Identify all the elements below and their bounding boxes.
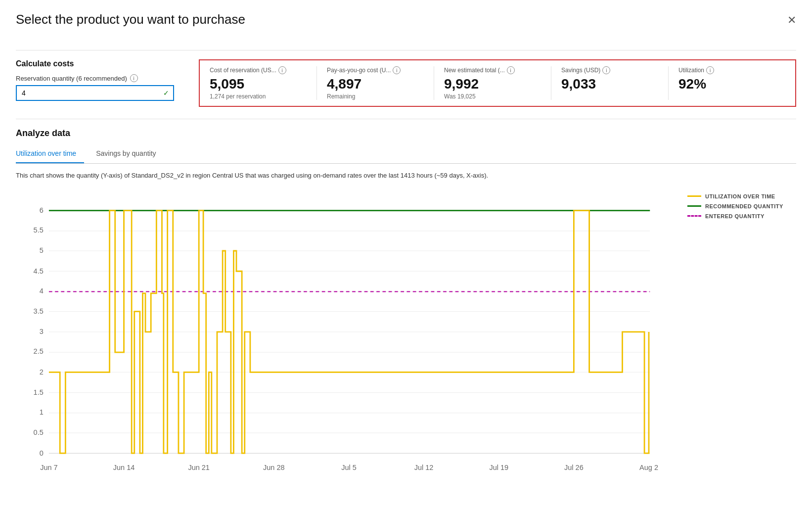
metric-value: 9,033: [561, 76, 658, 92]
legend-utilization: UTILIZATION OVER TIME: [687, 193, 796, 199]
page-title: Select the product you want to purchase: [16, 12, 245, 27]
svg-text:6: 6: [40, 206, 44, 214]
recommended-line-icon: [687, 205, 701, 207]
entered-line-icon: [687, 215, 701, 217]
svg-text:5.5: 5.5: [34, 226, 44, 234]
svg-text:2: 2: [40, 368, 44, 375]
metric-value: 9,992: [444, 76, 541, 92]
metric-item: Utilization i 92%: [669, 66, 785, 100]
svg-text:1.5: 1.5: [34, 388, 44, 396]
svg-text:Jul 26: Jul 26: [564, 463, 584, 471]
metric-item: New estimated total (... i 9,992 Was 19,…: [434, 66, 551, 100]
metric-header: New estimated total (... i: [444, 66, 541, 74]
tab-savings[interactable]: Savings by quantity: [96, 145, 164, 163]
svg-text:Jul 12: Jul 12: [414, 463, 434, 471]
utilization-line-icon: [687, 195, 701, 197]
chart-legend: UTILIZATION OVER TIME RECOMMENDED QUANTI…: [687, 188, 796, 223]
svg-text:Jul 19: Jul 19: [489, 463, 508, 471]
svg-text:5: 5: [40, 246, 44, 254]
metric-header: Pay-as-you-go cost (U... i: [327, 66, 424, 74]
metric-info-icon[interactable]: i: [602, 66, 610, 74]
metric-header: Utilization i: [678, 66, 775, 74]
svg-text:3: 3: [40, 327, 44, 335]
tabs: Utilization over time Savings by quantit…: [16, 145, 796, 164]
metric-info-icon[interactable]: i: [393, 66, 401, 74]
svg-text:3.5: 3.5: [34, 307, 44, 315]
metrics-box: Cost of reservation (US... i 5,095 1,274…: [199, 59, 796, 107]
svg-text:Jun 28: Jun 28: [263, 463, 285, 471]
svg-text:Jun 7: Jun 7: [40, 463, 57, 471]
metric-info-icon[interactable]: i: [507, 66, 515, 74]
tab-utilization[interactable]: Utilization over time: [16, 145, 84, 163]
svg-text:1: 1: [40, 408, 44, 416]
metric-header: Savings (USD) i: [561, 66, 658, 74]
metric-sub: Was 19,025: [444, 93, 541, 100]
check-icon: ✓: [163, 89, 169, 97]
metric-sub: Remaining: [327, 93, 424, 100]
metric-info-icon[interactable]: i: [278, 66, 286, 74]
qty-input[interactable]: [16, 85, 174, 101]
metric-value: 5,095: [210, 76, 307, 92]
metric-value: 92%: [678, 76, 775, 92]
svg-text:4.5: 4.5: [34, 267, 44, 275]
metric-header: Cost of reservation (US... i: [210, 66, 307, 74]
metric-info-icon[interactable]: i: [706, 66, 714, 74]
metric-item: Savings (USD) i 9,033: [551, 66, 669, 100]
analyze-title: Analyze data: [16, 128, 796, 139]
metric-item: Pay-as-you-go cost (U... i 4,897 Remaini…: [317, 66, 434, 100]
metric-sub: 1,274 per reservation: [210, 93, 307, 100]
qty-field-label: Reservation quantity (6 recommended) i: [16, 74, 184, 82]
chart-area: 0 0.5 1 1.5 2 2.5 3 3.5 4 4.5 5 5.5 6 Ju…: [16, 188, 677, 475]
svg-text:2.5: 2.5: [34, 347, 44, 355]
chart-description: This chart shows the quantity (Y-axis) o…: [16, 171, 796, 181]
utilization-chart: 0 0.5 1 1.5 2 2.5 3 3.5 4 4.5 5 5.5 6 Ju…: [16, 188, 677, 475]
close-button[interactable]: ✕: [787, 14, 796, 27]
qty-info-icon[interactable]: i: [130, 74, 138, 82]
svg-text:Aug 2: Aug 2: [639, 463, 658, 471]
chart-container: 0 0.5 1 1.5 2 2.5 3 3.5 4 4.5 5 5.5 6 Ju…: [16, 188, 796, 475]
svg-text:0: 0: [40, 449, 44, 457]
svg-text:Jun 21: Jun 21: [188, 463, 210, 471]
svg-text:Jul 5: Jul 5: [341, 463, 357, 471]
calculate-section-label: Calculate costs: [16, 59, 184, 68]
metric-value: 4,897: [327, 76, 424, 92]
svg-text:Jun 14: Jun 14: [113, 463, 135, 471]
legend-recommended: RECOMMENDED QUANTITY: [687, 203, 796, 209]
metric-item: Cost of reservation (US... i 5,095 1,274…: [210, 66, 317, 100]
svg-text:4: 4: [40, 286, 44, 294]
legend-entered: ENTERED QUANTITY: [687, 213, 796, 219]
svg-text:0.5: 0.5: [34, 428, 44, 436]
